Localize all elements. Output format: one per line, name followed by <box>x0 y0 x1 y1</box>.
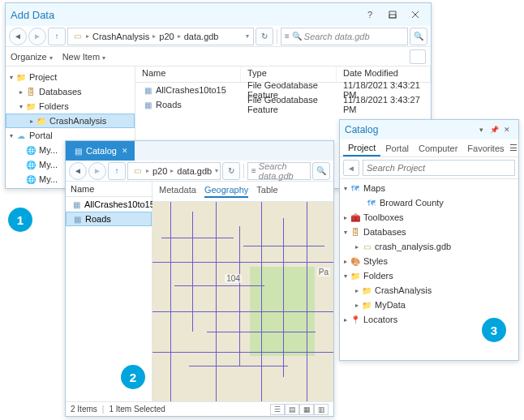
tree-folders[interactable]: ▾📁Folders <box>6 99 135 114</box>
hamburger-menu[interactable]: ☰ <box>509 143 518 153</box>
refresh-button[interactable]: ↻ <box>222 162 240 180</box>
tree-toolboxes[interactable]: ▸🧰Toolboxes <box>340 210 518 225</box>
breadcrumb-seg[interactable]: p20 <box>157 32 176 41</box>
tree-databases[interactable]: ▸🗄Databases <box>6 84 135 99</box>
tab-computer[interactable]: Computer <box>414 141 462 156</box>
tree-broward[interactable]: 🗺Broward County <box>340 195 518 210</box>
view-toggle-button[interactable] <box>410 49 426 64</box>
gdb-icon: ▭ <box>361 241 372 252</box>
databases-icon: 🗄 <box>350 226 361 238</box>
tab-project[interactable]: Project <box>343 140 380 156</box>
globe-icon: 🌐 <box>25 144 37 156</box>
close-button[interactable] <box>405 6 426 24</box>
organize-menu[interactable]: Organize▾ <box>11 52 53 62</box>
folders-icon: 📁 <box>25 101 37 112</box>
cloud-icon: ☁ <box>15 130 27 141</box>
search-go-button[interactable]: 🔍 <box>410 28 427 45</box>
tree-crashanalysis[interactable]: ▸📁CrashAnalysis <box>6 114 135 128</box>
tree-styles[interactable]: ▸🎨Styles <box>340 254 518 268</box>
window-title: Add Data <box>11 9 54 21</box>
tree-project[interactable]: ▾📁Project <box>6 70 135 84</box>
tab-metadata[interactable]: Metadata <box>159 185 196 198</box>
pane-options-button[interactable]: ▾ <box>475 126 487 134</box>
help-button[interactable]: ? <box>359 6 380 24</box>
map-icon: 🗺 <box>366 197 377 208</box>
maps-icon: 🗺 <box>350 182 361 194</box>
databases-icon: 🗄 <box>25 86 37 97</box>
col-name[interactable]: Name <box>135 66 241 82</box>
close-tab-button[interactable]: ✕ <box>122 147 128 155</box>
col-name[interactable]: Name <box>66 182 152 197</box>
search-input[interactable]: ≡ Search data.gdb <box>247 162 311 180</box>
catalog-icon: ▤ <box>72 145 84 156</box>
status-count: 2 Items <box>71 405 97 414</box>
tab-table[interactable]: Table <box>256 185 277 198</box>
nav-up-button[interactable]: ↑ <box>108 162 126 180</box>
tab-geography[interactable]: Geography <box>204 185 248 198</box>
locators-icon: 📍 <box>350 314 361 325</box>
nav-forward-button[interactable]: ► <box>88 162 106 180</box>
badge-2: 2 <box>121 365 145 389</box>
minimize-button[interactable] <box>382 6 403 24</box>
catalog-tab[interactable]: ▤ Catalog ✕ <box>66 141 135 161</box>
pane-pin-button[interactable]: 📌 <box>487 126 500 134</box>
status-selected: 1 Item Selected <box>109 405 165 414</box>
featureclass-icon: ▦ <box>71 213 83 225</box>
search-back-button[interactable]: ◄ <box>343 160 359 176</box>
view-list-button[interactable]: ☰ <box>270 404 285 415</box>
featureclass-icon: ▦ <box>71 199 82 210</box>
breadcrumb-seg[interactable]: data.gdb <box>182 32 221 41</box>
search-icon: 🔍 <box>292 32 302 41</box>
tree-maps[interactable]: ▾🗺Maps <box>340 181 518 195</box>
badge-3: 3 <box>482 318 506 342</box>
item-allcrashes[interactable]: ▦AllCrashes10to15 <box>66 197 152 212</box>
tree-crashanalysis[interactable]: ▸📁CrashAnalysis <box>340 283 518 298</box>
pane-close-button[interactable]: ✕ <box>500 126 513 134</box>
refresh-button[interactable]: ↻ <box>256 28 273 45</box>
filter-icon: ≡ <box>251 166 256 175</box>
project-icon: 📁 <box>15 71 27 83</box>
view-columns-button[interactable]: ▥ <box>314 404 329 415</box>
styles-icon: 🎨 <box>350 255 361 267</box>
breadcrumb-seg[interactable]: CrashAnalysis <box>90 32 152 41</box>
search-input[interactable]: ≡ 🔍 Search data.gdb <box>281 28 408 45</box>
map-label-104: 104 <box>225 274 242 283</box>
pane-title: Catalog <box>345 124 378 135</box>
gdb-icon: ▭ <box>131 165 143 177</box>
tree-databases[interactable]: ▾🗄Databases <box>340 225 518 239</box>
tree-crashgdb[interactable]: ▸▭crash_analysis.gdb <box>340 239 518 254</box>
nav-forward-button[interactable]: ► <box>28 28 46 45</box>
nav-back-button[interactable]: ◄ <box>69 162 87 180</box>
project-tree[interactable]: ▾🗺Maps 🗺Broward County ▸🧰Toolboxes ▾🗄Dat… <box>340 179 518 328</box>
nav-back-button[interactable]: ◄ <box>9 28 27 45</box>
folder-icon: 📁 <box>361 285 372 296</box>
featureclass-icon: ▦ <box>142 84 153 96</box>
search-input[interactable] <box>363 160 515 176</box>
list-row[interactable]: ▦Roads File Geodatabase Feature 11/18/20… <box>135 97 431 112</box>
folder-icon: 📁 <box>36 115 47 126</box>
folder-icon: 📁 <box>361 299 372 311</box>
featureclass-icon: ▦ <box>142 99 153 110</box>
filter-icon: ≡ <box>285 32 290 41</box>
toolbox-icon: 🧰 <box>350 212 361 223</box>
globe-icon: 🌐 <box>25 174 37 185</box>
breadcrumb[interactable]: ▭▸ p20▸ data.gdb ▾ <box>127 162 221 180</box>
svg-rect-1 <box>389 15 396 18</box>
gdb-icon: ▭ <box>71 31 83 42</box>
breadcrumb[interactable]: ▭ ▸ CrashAnalysis▸ p20▸ data.gdb ▾ <box>67 28 254 45</box>
tab-favorites[interactable]: Favorites <box>462 141 509 156</box>
tree-mydata[interactable]: ▸📁MyData <box>340 298 518 312</box>
badge-1: 1 <box>8 208 32 232</box>
new-item-menu[interactable]: New Item▾ <box>62 52 105 62</box>
nav-up-button[interactable]: ↑ <box>48 28 66 45</box>
folders-icon: 📁 <box>350 270 361 281</box>
map-preview[interactable]: 104 Pa <box>152 202 333 401</box>
globe-icon: 🌐 <box>25 159 37 170</box>
view-details-button[interactable]: ▤ <box>285 404 299 415</box>
tab-portal[interactable]: Portal <box>380 141 414 156</box>
search-go-button[interactable]: 🔍 <box>312 162 330 180</box>
map-label-pa: Pa <box>317 268 330 276</box>
item-roads[interactable]: ▦Roads <box>66 212 152 226</box>
tree-folders[interactable]: ▾📁Folders <box>340 268 518 283</box>
view-tiles-button[interactable]: ▦ <box>299 404 314 415</box>
